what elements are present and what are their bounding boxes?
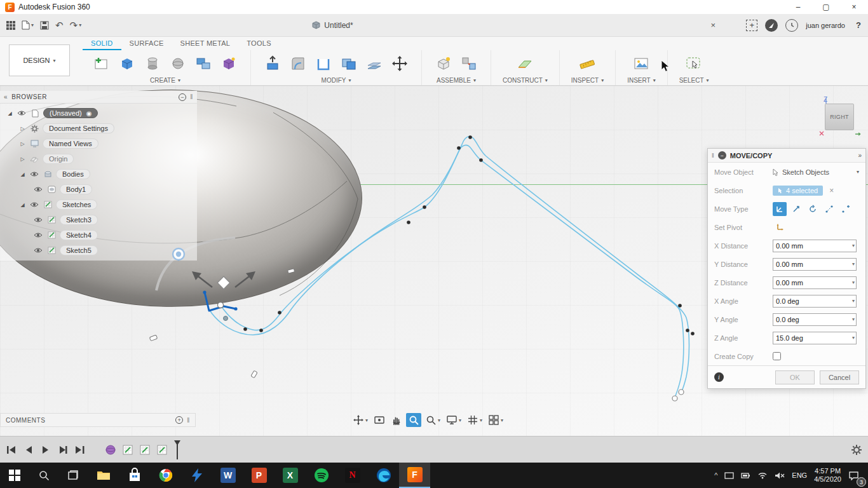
close-button[interactable]: × bbox=[840, 0, 868, 14]
create-sketch-icon[interactable] bbox=[92, 53, 112, 74]
browser-row-origin[interactable]: ▷ Origin bbox=[0, 151, 197, 166]
x-angle-field[interactable]: ▾ bbox=[773, 295, 857, 308]
y-distance-input[interactable] bbox=[776, 261, 852, 268]
chevron-down-icon[interactable]: ▾ bbox=[852, 335, 855, 341]
timeline-sketch5-icon[interactable] bbox=[156, 444, 168, 456]
tab-tools[interactable]: TOOLS bbox=[238, 37, 280, 50]
tray-cast-icon[interactable] bbox=[724, 471, 734, 480]
chevron-down-icon[interactable]: ▾ bbox=[852, 243, 855, 248]
job-status-clock-icon[interactable] bbox=[785, 19, 798, 32]
powerpoint-icon[interactable]: P bbox=[243, 463, 275, 488]
visibility-eye-icon[interactable] bbox=[29, 171, 39, 177]
create-form-icon[interactable] bbox=[219, 53, 239, 74]
browser-row-named-views[interactable]: ▷ Named Views bbox=[0, 136, 197, 151]
info-icon[interactable]: i bbox=[714, 372, 724, 382]
chevron-down-icon[interactable]: ▾ bbox=[857, 169, 859, 175]
timeline-go-to-start-button[interactable] bbox=[5, 444, 18, 456]
save-button[interactable] bbox=[40, 21, 49, 30]
dialog-grip-icon[interactable]: ‖ bbox=[712, 152, 714, 159]
dialog-dock-icon[interactable]: » bbox=[858, 152, 862, 159]
chevron-down-icon[interactable]: ▾ bbox=[852, 280, 855, 285]
press-pull-icon[interactable] bbox=[262, 53, 283, 74]
browser-row-bodies[interactable]: ◢ Bodies bbox=[0, 166, 197, 182]
z-distance-field[interactable]: ▾ bbox=[773, 276, 857, 289]
chrome-icon[interactable] bbox=[150, 463, 181, 488]
new-component-icon[interactable] bbox=[433, 53, 454, 74]
viewcube-face-right[interactable]: RIGHT bbox=[825, 104, 854, 130]
visibility-eye-icon[interactable] bbox=[33, 186, 43, 193]
timeline-form-feature-icon[interactable] bbox=[104, 444, 117, 456]
activate-radio-icon[interactable]: ◉ bbox=[86, 110, 92, 117]
timeline-play-button[interactable] bbox=[39, 444, 52, 456]
browser-row-body1[interactable]: Body1 bbox=[0, 182, 197, 197]
timeline-position-marker[interactable] bbox=[174, 440, 180, 459]
x-distance-input[interactable] bbox=[776, 242, 852, 250]
browser-row-sketch5[interactable]: Sketch5 bbox=[0, 243, 197, 258]
visibility-eye-icon[interactable] bbox=[17, 110, 27, 116]
pan-button[interactable] bbox=[389, 413, 404, 427]
grid-snap-button[interactable]: ▾ bbox=[465, 413, 484, 427]
clock-datetime[interactable]: 4:57 PM 4/5/2020 bbox=[814, 467, 841, 484]
move-type-point-to-point-button[interactable] bbox=[822, 202, 836, 216]
redo-button[interactable]: ↷▾ bbox=[70, 20, 82, 31]
browser-grip-icon[interactable]: ‖ bbox=[190, 93, 193, 100]
tab-solid[interactable]: SOLID bbox=[83, 37, 121, 50]
lightning-app-icon[interactable] bbox=[181, 463, 212, 488]
browser-row-root[interactable]: ◢ (Unsaved) ◉ bbox=[0, 105, 197, 121]
y-angle-input[interactable] bbox=[776, 316, 852, 323]
tray-chevron-up-icon[interactable]: ^ bbox=[714, 471, 717, 479]
tab-close-icon[interactable]: × bbox=[710, 20, 715, 30]
selection-chip[interactable]: 4 selected bbox=[773, 186, 823, 196]
construction-plane-icon[interactable] bbox=[515, 53, 535, 74]
root-document-chip[interactable]: (Unsaved) ◉ bbox=[43, 108, 98, 118]
move-type-point-to-position-button[interactable] bbox=[839, 202, 853, 216]
combine-icon[interactable] bbox=[339, 53, 359, 74]
tab-surface[interactable]: SURFACE bbox=[121, 37, 172, 50]
measure-icon[interactable] bbox=[577, 53, 597, 74]
comments-bar[interactable]: COMMENTS + ‖ bbox=[0, 413, 196, 427]
cancel-button[interactable]: Cancel bbox=[820, 370, 859, 384]
group-label-select[interactable]: SELECT▾ bbox=[679, 77, 709, 84]
workspace-selector[interactable]: DESIGN ▾ bbox=[9, 44, 70, 76]
z-angle-field[interactable]: ▾ bbox=[773, 332, 857, 344]
x-distance-field[interactable]: ▾ bbox=[773, 240, 857, 252]
tray-volume-mute-icon[interactable] bbox=[775, 471, 785, 480]
notification-badge[interactable]: 3 bbox=[857, 477, 866, 487]
insert-canvas-icon[interactable] bbox=[631, 53, 651, 74]
clear-selection-icon[interactable]: × bbox=[829, 186, 834, 195]
expander-icon[interactable]: ◢ bbox=[6, 111, 13, 116]
browser-row-sketch4[interactable]: Sketch4 bbox=[0, 227, 197, 243]
timeline-step-forward-button[interactable] bbox=[57, 444, 69, 456]
file-menu-button[interactable]: ▾ bbox=[22, 20, 34, 30]
browser-minimize-icon[interactable]: − bbox=[179, 93, 186, 101]
viewport-canvas[interactable]: Z RIGHT « BROWSER − ‖ ◢ (Unsaved) ◉ bbox=[0, 86, 868, 436]
word-icon[interactable]: W bbox=[212, 463, 243, 488]
chevron-down-icon[interactable]: ▾ bbox=[852, 316, 855, 322]
fusion-360-taskbar-icon[interactable]: F bbox=[399, 463, 430, 488]
display-settings-button[interactable]: ▾ bbox=[444, 413, 463, 427]
create-box-icon[interactable] bbox=[117, 53, 137, 74]
group-label-modify[interactable]: MODIFY▾ bbox=[322, 77, 351, 84]
new-tab-button[interactable]: + bbox=[746, 20, 757, 31]
browser-row-sketches[interactable]: ◢ Sketches bbox=[0, 197, 197, 212]
y-angle-field[interactable]: ▾ bbox=[773, 313, 857, 326]
visibility-eye-icon[interactable] bbox=[33, 232, 43, 238]
language-indicator[interactable]: ENG bbox=[792, 471, 807, 479]
fillet-icon[interactable] bbox=[288, 53, 308, 74]
create-copy-checkbox[interactable] bbox=[773, 352, 781, 360]
dialog-header[interactable]: ‖ − MOVE/COPY » bbox=[708, 149, 865, 163]
expander-icon[interactable]: ◢ bbox=[19, 202, 26, 208]
visibility-eye-icon[interactable] bbox=[33, 247, 43, 254]
comments-expand-icon[interactable]: + bbox=[175, 416, 183, 424]
expander-icon[interactable]: ◢ bbox=[19, 172, 26, 177]
chevron-down-icon[interactable]: ▾ bbox=[852, 261, 855, 267]
tab-sheet-metal[interactable]: SHEET METAL bbox=[172, 37, 239, 50]
file-explorer-icon[interactable] bbox=[88, 463, 119, 488]
move-copy-icon[interactable] bbox=[390, 53, 410, 74]
set-pivot-button[interactable] bbox=[773, 220, 787, 234]
move-type-translate-button[interactable] bbox=[789, 202, 803, 216]
dialog-collapse-icon[interactable]: − bbox=[718, 151, 726, 159]
zoom-window-button[interactable]: ▾ bbox=[423, 413, 442, 427]
ok-button[interactable]: OK bbox=[775, 370, 815, 384]
undo-button[interactable]: ↶ bbox=[55, 20, 64, 31]
